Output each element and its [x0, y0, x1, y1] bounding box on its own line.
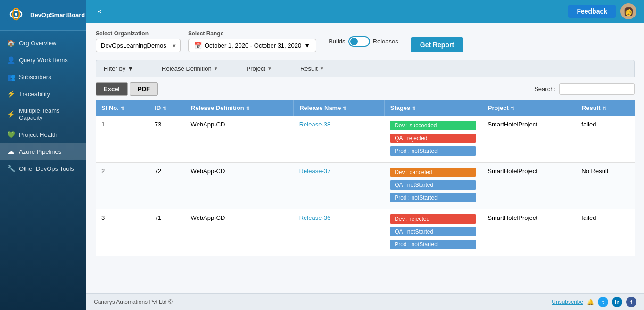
th-sl-no: Sl No.⇅: [96, 100, 149, 116]
sidebar-item-other-devops-tools[interactable]: 🔧 Other DevOps Tools: [0, 160, 86, 177]
get-report-button[interactable]: Get Report: [411, 37, 463, 52]
cell-stages: Dev : canceledQA : notStartedProd : notS…: [384, 163, 482, 209]
date-range-value: October 1, 2020 - October 31, 2020: [205, 42, 301, 49]
filter-funnel-icon: ▼: [127, 65, 133, 72]
cell-result: failed: [576, 116, 635, 163]
th-release-name: Release Name⇅: [294, 100, 384, 116]
feedback-button[interactable]: Feedback: [568, 5, 616, 18]
stages-cell: Dev : succeededQA : rejectedProd : notSt…: [390, 121, 476, 158]
sidebar-item-label: Other DevOps Tools: [19, 165, 74, 172]
stages-cell: Dev : canceledQA : notStartedProd : notS…: [390, 168, 476, 204]
org-select-wrap: DevOpsLearningDemos ▼: [96, 39, 181, 52]
search-input[interactable]: [559, 83, 635, 95]
search-label: Search:: [534, 85, 555, 92]
sidebar-item-label: Query Work items: [19, 57, 68, 64]
project-chevron: ▼: [267, 66, 272, 71]
stage-badge: Prod : notStarted: [390, 240, 476, 249]
result-filter[interactable]: Result ▼: [286, 65, 339, 72]
result-label: Result: [300, 65, 318, 72]
topbar-right: Feedback 👩: [568, 3, 636, 19]
date-range-button[interactable]: 📅 October 1, 2020 - October 31, 2020 ▼: [188, 39, 316, 52]
sidebar-item-label: Traceability: [19, 91, 50, 98]
traceability-icon: ⚡: [7, 90, 15, 98]
sidebar-item-label: Subscribers: [19, 74, 51, 81]
stage-badge: QA : notStarted: [390, 180, 476, 190]
sidebar-item-label: Org Overview: [19, 40, 56, 47]
project-filter[interactable]: Project ▼: [232, 65, 286, 72]
svg-point-3: [15, 13, 17, 16]
sidebar-item-multiple-teams-capacity[interactable]: ⚡ Multiple Teams Capacity: [0, 102, 86, 126]
cell-sl-no: 3: [96, 209, 149, 256]
release-link[interactable]: Release-36: [299, 214, 331, 221]
unsubscribe-icon: 🔔: [587, 299, 594, 305]
main-content: « Feedback 👩 Select Organization DevOpsL…: [86, 0, 644, 310]
sidebar-logo: DevOpSmartBoard: [0, 0, 86, 31]
cell-stages: Dev : succeededQA : rejectedProd : notSt…: [384, 116, 482, 163]
sidebar-item-subscribers[interactable]: 👥 Subscribers: [0, 68, 86, 85]
stage-badge: QA : rejected: [390, 134, 476, 143]
other-devops-icon: 🔧: [7, 165, 15, 172]
multiple-teams-icon: ⚡: [7, 110, 15, 118]
sidebar-item-project-health[interactable]: 💚 Project Health: [0, 126, 86, 143]
sidebar-item-traceability[interactable]: ⚡ Traceability: [0, 85, 86, 102]
sort-icon-project: ⇅: [511, 106, 514, 111]
table-row: 3 71 WebApp-CD Release-36 Dev : rejected…: [96, 209, 635, 256]
cell-project: SmartHotelProject: [482, 163, 576, 209]
avatar: 👩: [620, 3, 636, 19]
filter-row: Select Organization DevOpsLearningDemos …: [96, 30, 635, 52]
sort-icon-rn: ⇅: [343, 106, 347, 111]
sidebar-item-query-work-items[interactable]: 👤 Query Work items: [0, 51, 86, 68]
sidebar-item-label: Azure Pipelines: [19, 148, 61, 155]
cell-release-definition: WebApp-CD: [185, 116, 294, 163]
release-definition-filter[interactable]: Release Definition ▼: [148, 65, 232, 72]
release-link[interactable]: Release-38: [299, 121, 331, 128]
filter-by-label: Filter by: [104, 65, 125, 72]
pdf-button[interactable]: PDF: [130, 82, 158, 96]
th-project: Project⇅: [482, 100, 576, 116]
release-link[interactable]: Release-37: [299, 168, 331, 175]
cell-result: failed: [576, 209, 635, 256]
twitter-icon[interactable]: t: [598, 297, 608, 307]
export-buttons: Excel PDF: [96, 82, 158, 96]
table-body: 1 73 WebApp-CD Release-38 Dev : succeede…: [96, 116, 635, 256]
sort-icon-sl: ⇅: [121, 106, 124, 111]
logo-icon: [6, 5, 26, 25]
collapse-sidebar-button[interactable]: «: [94, 5, 106, 17]
sidebar-item-org-overview[interactable]: 🏠 Org Overview: [0, 34, 86, 51]
cell-release-definition: WebApp-CD: [185, 209, 294, 256]
table-row: 2 72 WebApp-CD Release-37 Dev : canceled…: [96, 163, 635, 209]
excel-button[interactable]: Excel: [96, 82, 128, 96]
org-filter-group: Select Organization DevOpsLearningDemos …: [96, 30, 181, 52]
footer: Canarys Automations Pvt Ltd © Unsubscrib…: [86, 293, 644, 310]
logo-text: DevOpSmartBoard: [30, 11, 85, 19]
org-select[interactable]: DevOpsLearningDemos: [96, 39, 181, 52]
search-row: Search:: [534, 83, 635, 95]
releases-label: Releases: [373, 38, 398, 45]
sidebar: DevOpSmartBoard 🏠 Org Overview 👤 Query W…: [0, 0, 86, 310]
toggle-thumb: [350, 38, 358, 45]
stage-badge: Dev : rejected: [390, 214, 476, 224]
cell-sl-no: 1: [96, 116, 149, 163]
stage-badge: Prod : notStarted: [390, 146, 476, 156]
table-header-row: Sl No.⇅ ID⇅ Release Definition⇅ Release …: [96, 100, 635, 116]
toggle-switch[interactable]: [348, 36, 370, 47]
stage-badge: QA : notStarted: [390, 227, 476, 236]
cell-project: SmartHotelProject: [482, 116, 576, 163]
sidebar-item-azure-pipelines[interactable]: ☁ Azure Pipelines: [0, 143, 86, 160]
topbar: « Feedback 👩: [86, 0, 644, 23]
subscribers-icon: 👥: [7, 73, 15, 81]
unsubscribe-link[interactable]: Unsubscribe: [552, 299, 583, 305]
facebook-icon[interactable]: f: [626, 297, 636, 307]
result-chevron: ▼: [320, 66, 324, 71]
query-work-items-icon: 👤: [7, 56, 15, 64]
range-filter-label: Select Range: [188, 30, 316, 37]
org-filter-label: Select Organization: [96, 30, 181, 37]
builds-releases-toggle: Builds Releases: [329, 36, 398, 47]
stage-badge: Dev : canceled: [390, 168, 476, 177]
filter-by-item[interactable]: Filter by ▼: [104, 65, 148, 72]
cell-release-definition: WebApp-CD: [185, 163, 294, 209]
th-stages: Stages⇅: [384, 100, 482, 116]
calendar-icon: 📅: [194, 42, 202, 49]
cell-sl-no: 2: [96, 163, 149, 209]
linkedin-icon[interactable]: in: [612, 297, 622, 307]
